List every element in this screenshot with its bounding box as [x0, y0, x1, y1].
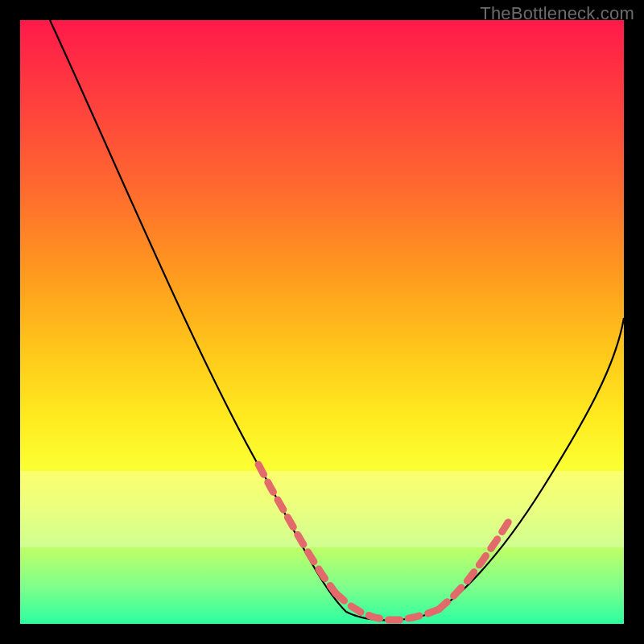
plot-area: [20, 20, 624, 624]
watermark-text: TheBottleneck.com: [480, 3, 634, 24]
chart-frame: TheBottleneck.com: [0, 0, 644, 644]
